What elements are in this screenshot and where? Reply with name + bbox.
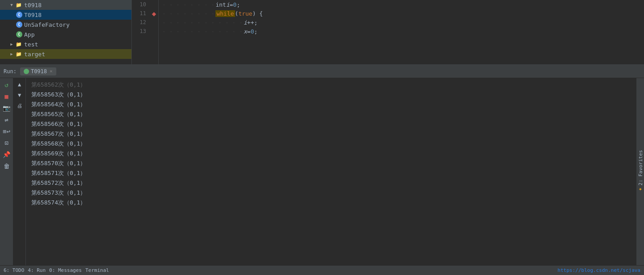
line-number-12: 12 — [132, 18, 146, 27]
sidebar-item-target[interactable]: ▶ 📁 target — [0, 49, 131, 59]
run-tab-icon — [24, 69, 29, 74]
run-status-label: 4: Run — [28, 267, 46, 273]
code-lines: · · · · · · · · int i=0; · · · · · · · ·… — [159, 0, 644, 64]
status-link[interactable]: https://blog.csdn.net/scjava — [558, 267, 640, 273]
chevron-right-icon: ▶ — [9, 42, 14, 47]
sidebar-item-T0918[interactable]: C T0918 — [0, 10, 131, 20]
stop-button[interactable]: ■ — [2, 92, 12, 101]
filter-button[interactable]: ⇌ — [2, 115, 12, 125]
favorites-sidebar[interactable]: ★ 2: Favorites — [636, 78, 644, 265]
folder-icon2: 📁 — [15, 50, 22, 58]
status-terminal[interactable]: Terminal — [85, 267, 109, 273]
status-bar: 6: TODO 4: Run 0: Messages Terminal http… — [0, 265, 644, 275]
output-line-12: 第658574次（0,1） — [26, 198, 636, 208]
scroll-column: ▲ ▼ 🖨 — [13, 78, 26, 265]
sidebar-item-label: UnSafeFactory — [24, 21, 70, 28]
output-line-1: 第658563次（0,1） — [26, 90, 636, 100]
run-tab-label: T0918 — [31, 68, 47, 75]
scroll-up-button[interactable]: ▲ — [15, 80, 24, 89]
class-icon-blue: C — [16, 12, 22, 18]
status-run[interactable]: 4: Run — [28, 267, 46, 273]
favorites-label: ★ 2: Favorites — [637, 150, 644, 193]
chevron-right-icon2: ▶ — [9, 51, 14, 57]
sidebar-item-unsafefactory[interactable]: C UnSafeFactory — [0, 20, 131, 29]
sidebar-item-label: App — [24, 31, 34, 38]
folder-icon: 📁 — [15, 1, 22, 8]
output-line-9: 第658571次（0,1） — [26, 168, 636, 178]
messages-label: 0: Messages — [49, 267, 82, 273]
rerun-button[interactable]: ↺ — [2, 80, 12, 90]
output-line-11: 第658573次（0,1） — [26, 188, 636, 198]
project-tree: ▼ 📁 t0918 C T0918 C UnSafeFactory C App … — [0, 0, 132, 64]
while-keyword: while — [215, 10, 235, 17]
sidebar-item-label: test — [24, 41, 38, 48]
status-left: 6: TODO 4: Run 0: Messages Terminal — [4, 267, 109, 273]
class-icon-green: C — [16, 31, 22, 38]
pin-button[interactable]: 📌 — [2, 150, 12, 159]
code-line-13: · · · · · · · · · · · · x = 0; — [159, 27, 644, 36]
close-panel-button[interactable]: ⊡ — [2, 138, 12, 148]
output-line-trunc: 第658562次（0,1） — [26, 80, 636, 90]
code-line-11: · · · · · · · · while (true) { — [159, 9, 644, 18]
class-icon-blue2: C — [16, 21, 22, 28]
output-line-4: 第658566次（0,1） — [26, 119, 636, 129]
camera-button[interactable]: 📷 — [2, 103, 12, 113]
sidebar-item-t0918[interactable]: ▼ 📁 t0918 — [0, 0, 131, 10]
run-label: Run: — [4, 68, 17, 75]
code-line-12: · · · · · · · · · · · · i++; — [159, 18, 644, 27]
sidebar-item-label: target — [24, 51, 45, 58]
left-toolbar: ↺ ■ 📷 ⇌ ≡↩ ⊡ 📌 🗑 — [0, 78, 13, 265]
todo-label: 6: TODO — [4, 267, 24, 273]
status-todo[interactable]: 6: TODO — [4, 267, 24, 273]
chevron-down-icon: ▼ — [9, 2, 14, 8]
print-button[interactable]: 🖨 — [15, 101, 24, 110]
code-editor: 10 11 12 13 ◆ · · · · · · · · int i=0; — [132, 0, 644, 64]
sidebar-item-app[interactable]: C App — [0, 29, 131, 39]
sidebar-item-test[interactable]: ▶ 📁 test — [0, 39, 131, 49]
output-line-8: 第658570次（0,1） — [26, 158, 636, 168]
line-numbers: 10 11 12 13 — [132, 0, 150, 64]
output-line-2: 第658564次（0,1） — [26, 100, 636, 109]
sidebar-item-label: T0918 — [24, 12, 42, 18]
terminal-label: Terminal — [85, 267, 109, 273]
star-icon: ★ — [637, 187, 644, 193]
output-line-7: 第658569次（0,1） — [26, 149, 636, 158]
favorites-text: 2: Favorites — [637, 150, 643, 185]
run-tab[interactable]: T0918 × — [20, 67, 56, 75]
softwrap-button[interactable]: ≡↩ — [2, 126, 12, 136]
output-line-3: 第658565次（0,1） — [26, 109, 636, 119]
link-text: https://blog.csdn.net/scjava — [558, 267, 640, 273]
settings-button[interactable]: 🗑 — [2, 161, 12, 171]
run-bar: Run: T0918 × — [0, 65, 644, 78]
line-number-10: 10 — [132, 0, 146, 9]
breakpoint-icon: ◆ — [152, 9, 156, 18]
folder-icon: 📁 — [15, 41, 22, 48]
status-messages[interactable]: 0: Messages — [49, 267, 82, 273]
line-number-13: 13 — [132, 27, 146, 36]
sidebar-item-label: t0918 — [24, 2, 42, 8]
scroll-down-button[interactable]: ▼ — [15, 91, 24, 100]
code-line-10: · · · · · · · · int i=0; — [159, 0, 644, 9]
output-line-10: 第658572次（0,1） — [26, 178, 636, 188]
output-line-6: 第658568次（0,1） — [26, 139, 636, 149]
line-number-11: 11 — [132, 9, 146, 18]
output-panel: 第658562次（0,1） 第658563次（0,1） 第658564次（0,1… — [26, 78, 636, 265]
output-line-5: 第658567次（0,1） — [26, 129, 636, 139]
run-tab-close[interactable]: × — [50, 68, 53, 74]
